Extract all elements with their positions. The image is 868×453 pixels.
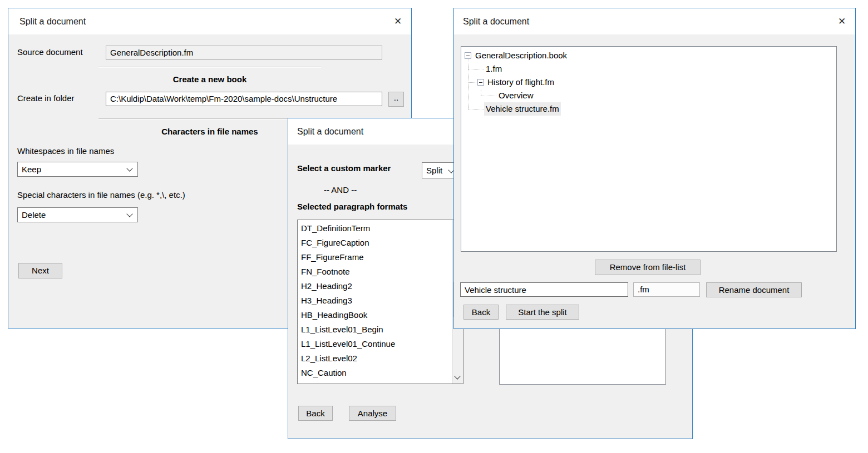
tree-item-label: Overview [497,89,535,102]
list-item[interactable]: HB_HeadingBook [298,308,452,322]
browse-button[interactable]: .. [388,92,404,107]
list-item[interactable]: L1_ListLevel01_Continue [298,337,452,351]
analyse-button[interactable]: Analyse [349,406,396,421]
create-book-heading: Create a new book [98,74,321,84]
list-item[interactable]: L1_ListLevel01_Begin [298,322,452,337]
special-chars-select-value: Delete [22,210,46,220]
tree-item[interactable]: 1.fm [461,62,836,76]
scroll-down-button[interactable] [452,370,463,384]
tree-item[interactable]: GeneralDescription.book [461,49,836,62]
tree-collapse-icon[interactable] [465,52,471,59]
window1-title: Split a document [19,8,86,34]
separator [98,67,321,68]
list-item[interactable]: L2_ListLevel02 [298,351,452,366]
custom-marker-label: Select a custom marker [297,163,391,173]
list-item[interactable]: ND_Danger [298,380,452,384]
list-item[interactable]: H2_Heading2 [298,279,452,293]
back-button[interactable]: Back [298,406,333,421]
window2-title: Split a document [297,118,363,145]
tree-collapse-icon[interactable] [477,79,484,86]
rename-input[interactable] [460,282,628,297]
list-item[interactable]: FN_Footnote [298,265,452,279]
chevron-down-icon [454,373,460,379]
and-text: -- AND -- [324,185,357,195]
chevron-down-icon [126,165,132,171]
whitespace-label: Whitespaces in file names [17,146,114,156]
desktop: Split a document ✕ Source document Gener… [0,0,868,453]
tree-item[interactable]: History of flight.fm [461,76,836,89]
paragraph-format-list: DT_DefinitionTerm FC_FigureCaption FF_Fi… [297,220,463,384]
folder-path-field[interactable]: C:\Kuldip\Data\Work\temp\Fm-2020\sample-… [106,92,382,106]
chevron-down-icon [126,211,132,217]
tree-item-selected[interactable]: Vehicle structure.fm [461,102,836,116]
remove-from-filelist-button[interactable]: Remove from file-list [595,260,701,275]
source-document-field[interactable]: GeneralDescription.fm [106,46,382,60]
list-item[interactable]: FF_FigureFrame [298,250,452,265]
window3-titlebar[interactable]: Split a document ✕ [454,8,855,34]
close-icon[interactable]: ✕ [387,8,409,34]
special-chars-label: Special characters in file names (e.g. *… [17,190,185,200]
tree-item-label: 1.fm [484,62,504,76]
create-in-folder-label: Create in folder [17,93,75,103]
start-split-button[interactable]: Start the split [506,305,579,320]
close-icon[interactable]: ✕ [831,8,853,34]
window1-titlebar[interactable]: Split a document ✕ [8,8,411,34]
marker-select-value: Split [426,166,442,175]
marker-select[interactable]: Split [422,162,457,178]
tree-item-label: History of flight.fm [486,76,556,89]
file-tree: GeneralDescription.book 1.fm History of … [461,46,837,252]
tree-item-label: Vehicle structure.fm [484,102,561,116]
list-item[interactable]: NC_Caution [298,366,452,380]
extension-field[interactable]: .fm [633,282,700,297]
back-button[interactable]: Back [463,305,499,320]
rename-document-button[interactable]: Rename document [706,282,802,297]
list-item[interactable]: FC_FigureCaption [298,236,452,250]
selected-formats-heading: Selected paragraph formats [297,202,407,211]
next-button[interactable]: Next [18,263,62,278]
tree-item[interactable]: Overview [461,89,836,102]
paragraph-format-items: DT_DefinitionTerm FC_FigureCaption FF_Fi… [298,220,452,384]
window3-title: Split a document [463,8,529,34]
tree-item-label: GeneralDescription.book [474,49,569,62]
whitespace-select-value: Keep [22,165,41,174]
special-chars-select[interactable]: Delete [17,207,138,222]
source-document-label: Source document [17,47,83,57]
list-item[interactable]: DT_DefinitionTerm [298,221,452,236]
list-item[interactable]: H3_Heading3 [298,293,452,308]
window-split-document-step3: Split a document ✕ GeneralDescription.bo… [453,8,856,329]
whitespace-select[interactable]: Keep [17,162,138,177]
